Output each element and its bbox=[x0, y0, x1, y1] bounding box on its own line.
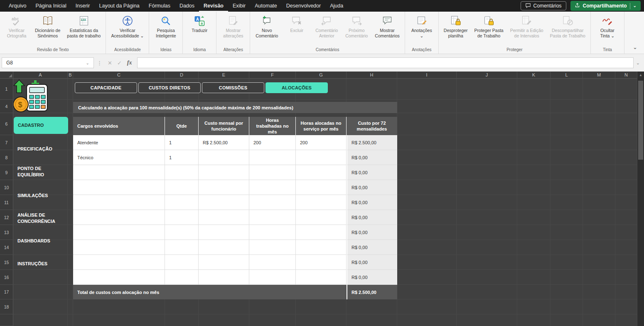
ribbon-button-novo-comentario[interactable]: NovoComentário bbox=[252, 13, 281, 40]
total-value-cell[interactable]: R$ 2.500,00 bbox=[347, 285, 397, 299]
row-header-7[interactable]: 7 bbox=[0, 135, 13, 150]
sheet-tab-alocacoes[interactable]: ALOCAÇÕES bbox=[265, 82, 328, 93]
cell[interactable] bbox=[296, 180, 347, 195]
cell[interactable]: R$ 0,00 bbox=[347, 255, 397, 270]
cell[interactable] bbox=[165, 225, 199, 240]
menu-tab-desenvolvedor[interactable]: Desenvolvedor bbox=[282, 0, 325, 12]
menu-tab-ajuda[interactable]: Ajuda bbox=[325, 0, 348, 12]
ribbon-button-verificar-acessibilidade[interactable]: VerificarAcessibilidade ⌄ bbox=[108, 13, 147, 40]
cell[interactable] bbox=[73, 255, 165, 270]
scroll-up-icon[interactable]: ▲ bbox=[637, 72, 644, 79]
column-header-f[interactable]: F bbox=[249, 72, 296, 79]
menu-tab-dados[interactable]: Dados bbox=[175, 0, 199, 12]
column-header-l[interactable]: L bbox=[551, 72, 583, 79]
cell[interactable]: R$ 0,00 bbox=[347, 150, 397, 165]
row-header-11[interactable]: 11 bbox=[0, 195, 13, 210]
ribbon-button-traduzir[interactable]: AaTraduzir bbox=[185, 13, 214, 35]
table-header-cell[interactable]: Cargos envolvidos bbox=[73, 117, 165, 135]
table-header-cell[interactable]: Horas trabalhadas no mês bbox=[249, 117, 296, 135]
sheet-tab-custos-diretos[interactable]: CUSTOS DIRETOS bbox=[138, 82, 201, 93]
cell[interactable] bbox=[296, 240, 347, 255]
row-header-14[interactable]: 14 bbox=[0, 240, 13, 255]
menu-tab-exibir[interactable]: Exibir bbox=[228, 0, 250, 12]
cell[interactable] bbox=[296, 195, 347, 210]
table-header-cell[interactable]: Horas alocadas no serviço por mês bbox=[296, 117, 347, 135]
cell[interactable] bbox=[249, 225, 296, 240]
total-label-cell[interactable]: Total de custos com alocação no mês bbox=[73, 285, 347, 299]
cell[interactable] bbox=[165, 240, 199, 255]
cell[interactable] bbox=[296, 255, 347, 270]
sidebar-item-dashboards[interactable]: DASHBOARDS bbox=[14, 238, 66, 244]
collapse-ribbon-button[interactable]: ⌄ bbox=[633, 44, 637, 50]
sidebar-item-analise-de-concorrencia[interactable]: ANÁLISE DE CONCORRÊNCIA bbox=[14, 212, 66, 225]
cell[interactable] bbox=[199, 255, 249, 270]
cell[interactable] bbox=[296, 210, 347, 225]
column-header-a[interactable]: A bbox=[13, 72, 68, 79]
cell[interactable]: 200 bbox=[296, 135, 347, 150]
row-header-18[interactable]: 18 bbox=[0, 299, 13, 314]
cell[interactable]: R$ 2.500,00 bbox=[199, 135, 249, 150]
column-header-m[interactable]: M bbox=[583, 72, 615, 79]
cell[interactable] bbox=[165, 195, 199, 210]
ribbon-button-proteger-pasta-de-trabalho[interactable]: Proteger Pastade Trabalho bbox=[472, 13, 506, 40]
column-header-g[interactable]: G bbox=[296, 72, 347, 79]
select-all-corner[interactable] bbox=[0, 72, 13, 79]
cell[interactable]: 1 bbox=[165, 135, 199, 150]
cell[interactable] bbox=[296, 150, 347, 165]
cell[interactable] bbox=[73, 165, 165, 180]
row-header-15[interactable]: 15 bbox=[0, 255, 13, 270]
cell[interactable] bbox=[165, 270, 199, 285]
sheet-tab-capacidade[interactable]: CAPACIDADE bbox=[75, 82, 137, 93]
sidebar-item-cadastro[interactable]: CADASTRO bbox=[14, 117, 68, 134]
cell[interactable] bbox=[199, 225, 249, 240]
cell[interactable] bbox=[199, 240, 249, 255]
cell[interactable] bbox=[249, 255, 296, 270]
cell[interactable] bbox=[199, 270, 249, 285]
row-header-17[interactable]: 17 bbox=[0, 285, 13, 299]
cell[interactable] bbox=[249, 165, 296, 180]
comments-button[interactable]: Comentários bbox=[521, 1, 566, 10]
row-header-10[interactable]: 10 bbox=[0, 180, 13, 195]
cell[interactable] bbox=[199, 210, 249, 225]
cell[interactable]: Atendente bbox=[73, 135, 165, 150]
cell[interactable] bbox=[296, 270, 347, 285]
row-header-8[interactable]: 8 bbox=[0, 150, 13, 165]
column-header-h[interactable]: H bbox=[347, 72, 397, 79]
expand-formula-bar-icon[interactable]: ⌄ bbox=[636, 60, 640, 66]
sheet-tab-comissoes[interactable]: COMISSÕES bbox=[202, 82, 264, 93]
cell[interactable] bbox=[73, 210, 165, 225]
cell[interactable]: R$ 0,00 bbox=[347, 225, 397, 240]
ribbon-button-desproteger-planilha[interactable]: Desprotegerplanilha bbox=[441, 13, 471, 40]
column-header-c[interactable]: C bbox=[73, 72, 165, 79]
row-header-1[interactable]: 1 bbox=[0, 79, 13, 100]
table-header-cell[interactable]: Custo mensal por funcionário bbox=[199, 117, 249, 135]
cell[interactable] bbox=[165, 210, 199, 225]
table-header-cell[interactable]: Custo por 72 mensalidades bbox=[347, 117, 397, 135]
cell[interactable] bbox=[249, 195, 296, 210]
cell[interactable] bbox=[249, 150, 296, 165]
row-header-12[interactable]: 12 bbox=[0, 210, 13, 225]
column-header-n[interactable]: N bbox=[615, 72, 637, 79]
cell[interactable] bbox=[73, 195, 165, 210]
ribbon-button-mostrar-comentarios[interactable]: MostrarComentários bbox=[372, 13, 403, 40]
cell[interactable]: R$ 0,00 bbox=[347, 270, 397, 285]
row-header-4[interactable]: 4 bbox=[0, 100, 13, 113]
column-header-d[interactable]: D bbox=[165, 72, 199, 79]
cell[interactable] bbox=[249, 180, 296, 195]
ribbon-button-anotacoes[interactable]: Anotações⌄ bbox=[407, 13, 436, 40]
menu-tab-layout-da-pagina[interactable]: Layout da Página bbox=[94, 0, 144, 12]
share-button[interactable]: Compartilhamento ⌄ bbox=[570, 1, 641, 11]
formula-input[interactable] bbox=[137, 57, 633, 68]
cell[interactable] bbox=[249, 270, 296, 285]
menu-tab-pagina-inicial[interactable]: Página Inicial bbox=[31, 0, 71, 12]
scrollbar-thumb[interactable] bbox=[638, 81, 643, 160]
cell[interactable] bbox=[73, 240, 165, 255]
cell[interactable] bbox=[73, 180, 165, 195]
cell[interactable] bbox=[249, 240, 296, 255]
cell[interactable] bbox=[296, 165, 347, 180]
row-header-16[interactable]: 16 bbox=[0, 270, 13, 285]
cell[interactable] bbox=[296, 225, 347, 240]
cell[interactable] bbox=[199, 195, 249, 210]
insert-function-button[interactable]: fx bbox=[127, 59, 132, 66]
menu-tab-inserir[interactable]: Inserir bbox=[71, 0, 95, 12]
